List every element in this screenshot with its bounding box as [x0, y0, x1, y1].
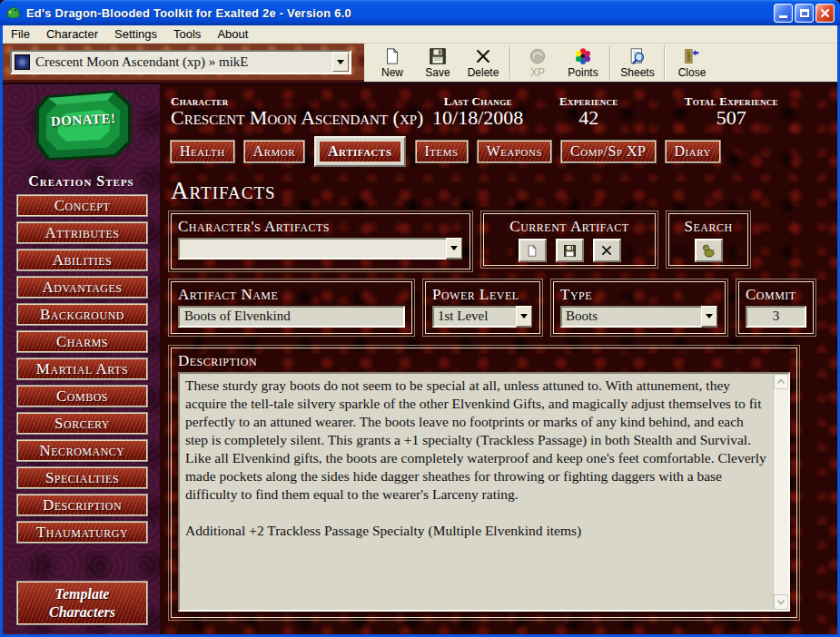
search-dragon-icon: [701, 243, 716, 258]
delete-artifact-button[interactable]: [593, 239, 621, 262]
save-artifact-button[interactable]: [556, 239, 584, 262]
application-window: Ed's Dragon-Blooded Toolkit for Exalted …: [0, 0, 840, 637]
current-artifact-label: Current Artifact: [490, 218, 648, 235]
tab-artifacts[interactable]: Artifacts: [319, 141, 400, 162]
commit-field[interactable]: 3: [746, 306, 806, 328]
power-level-label: Power Level: [432, 286, 533, 303]
sidebar-item-specialties[interactable]: Specialties: [17, 467, 147, 488]
tab-items[interactable]: Items: [416, 141, 468, 162]
menu-about[interactable]: About: [209, 25, 256, 43]
points-button[interactable]: Points: [560, 44, 606, 81]
tab-comp-sp-xp[interactable]: Comp/Sp XP: [561, 141, 655, 162]
total-experience-value: 507: [646, 107, 817, 129]
sidebar-item-charms[interactable]: Charms: [17, 331, 147, 352]
save-button[interactable]: Save: [415, 44, 460, 81]
description-scrollbar[interactable]: [773, 374, 788, 610]
last-change-value: 10/18/2008: [423, 107, 532, 129]
sidebar-item-martial-arts[interactable]: Martial Arts: [17, 358, 147, 379]
toolbar-divider: [609, 46, 611, 79]
sheets-icon: [628, 47, 647, 65]
sidebar-item-thaumaturgy[interactable]: Thaumaturgy: [17, 522, 147, 543]
sidebar-item-advantages[interactable]: Advantages: [17, 277, 147, 298]
search-button[interactable]: [695, 239, 723, 262]
scroll-down-icon[interactable]: [774, 594, 788, 610]
chevron-down-icon[interactable]: [516, 306, 532, 328]
character-name: Crescent Moon Ascendant (xp): [171, 107, 423, 129]
type-select[interactable]: Boots: [560, 306, 718, 328]
close-icon: [820, 8, 830, 18]
main-panel: Character Crescent Moon Ascendant (xp) L…: [160, 84, 837, 634]
search-group: Search: [668, 213, 748, 266]
active-tab-frame: Artifacts: [314, 136, 405, 167]
character-select[interactable]: Crescent Moon Ascendant (xp) » mikE: [10, 50, 351, 74]
toolbar-divider: [509, 46, 511, 79]
new-document-icon: [383, 47, 401, 65]
save-icon: [429, 47, 447, 65]
template-characters-button[interactable]: Template Characters: [17, 582, 147, 624]
description-label: Description: [178, 352, 790, 369]
titlebar[interactable]: Ed's Dragon-Blooded Toolkit for Exalted …: [0, 0, 840, 25]
tab-health[interactable]: Health: [171, 141, 234, 162]
type-group: Type Boots: [553, 281, 726, 334]
character-chip-icon: [15, 54, 30, 70]
dragon-app-icon: [5, 5, 22, 21]
tab-armor[interactable]: Armor: [244, 141, 304, 162]
chevron-down-icon[interactable]: [701, 306, 717, 328]
minimize-button[interactable]: [774, 4, 793, 23]
donate-button[interactable]: DONATE!: [31, 88, 136, 162]
sidebar-item-sorcery[interactable]: Sorcery: [17, 413, 147, 434]
xp-button[interactable]: XP: [515, 44, 560, 81]
character-select-value: Crescent Moon Ascendant (xp) » mikE: [30, 54, 332, 70]
scroll-up-icon[interactable]: [774, 374, 788, 389]
chevron-down-icon[interactable]: [446, 238, 462, 260]
commit-label: Commit: [746, 286, 806, 303]
menu-tools[interactable]: Tools: [165, 25, 209, 43]
sidebar: DONATE! Creation Steps Concept Attribute…: [3, 84, 160, 634]
character-artifacts-value: [178, 238, 446, 260]
toolbar-buttons: New Save: [364, 44, 837, 82]
sidebar-item-combos[interactable]: Combos: [17, 386, 147, 407]
save-icon: [563, 244, 577, 258]
description-group: Description These sturdy gray boots do n…: [171, 348, 797, 618]
character-header: Character Crescent Moon Ascendant (xp) L…: [171, 95, 837, 129]
maximize-button[interactable]: [795, 4, 814, 23]
tab-diary[interactable]: Diary: [666, 141, 720, 162]
artifact-name-field[interactable]: Boots of Elvenkind: [178, 306, 405, 328]
description-textarea[interactable]: These sturdy gray boots do not seem to b…: [178, 372, 790, 612]
characters-artifacts-group: Character's Artifacts: [171, 213, 470, 270]
character-artifacts-select[interactable]: [178, 238, 463, 260]
menu-character[interactable]: Character: [38, 25, 106, 43]
sidebar-item-background[interactable]: Background: [17, 304, 147, 325]
menu-file[interactable]: File: [3, 25, 38, 43]
sidebar-item-concept[interactable]: Concept: [17, 195, 147, 216]
creation-steps-heading: Creation Steps: [3, 173, 160, 190]
new-document-icon: [526, 244, 539, 258]
close-window-button[interactable]: [815, 4, 835, 23]
sidebar-item-necromancy[interactable]: Necromancy: [17, 440, 147, 461]
toolbar: Crescent Moon Ascendant (xp) » mikE New: [3, 44, 837, 82]
sidebar-item-attributes[interactable]: Attributes: [17, 222, 147, 243]
sidebar-item-abilities[interactable]: Abilities: [17, 250, 147, 270]
chevron-down-icon[interactable]: [332, 53, 349, 72]
search-label: Search: [676, 218, 741, 235]
commit-group: Commit 3: [738, 281, 814, 334]
type-value: Boots: [560, 306, 701, 328]
tab-weapons[interactable]: Weapons: [478, 141, 551, 162]
tab-bar: Health Armor Artifacts Items Weapons Com…: [171, 137, 837, 166]
xp-icon: [529, 47, 547, 65]
type-label: Type: [560, 286, 718, 303]
artifact-name-group: Artifact Name Boots of Elvenkind: [171, 281, 412, 334]
delete-button[interactable]: Delete: [460, 44, 506, 81]
new-button[interactable]: New: [370, 44, 415, 81]
close-button[interactable]: Close: [669, 44, 715, 81]
power-level-select[interactable]: 1st Level: [432, 306, 533, 328]
window-title: Ed's Dragon-Blooded Toolkit for Exalted …: [26, 6, 774, 20]
sidebar-item-description[interactable]: Description: [17, 495, 147, 515]
menu-settings[interactable]: Settings: [106, 25, 165, 43]
new-artifact-button[interactable]: [519, 239, 547, 262]
close-door-icon: [683, 47, 701, 65]
power-level-value: 1st Level: [432, 306, 516, 328]
sheets-button[interactable]: Sheets: [615, 44, 660, 81]
points-icon: [574, 47, 592, 65]
delete-icon: [600, 244, 613, 257]
